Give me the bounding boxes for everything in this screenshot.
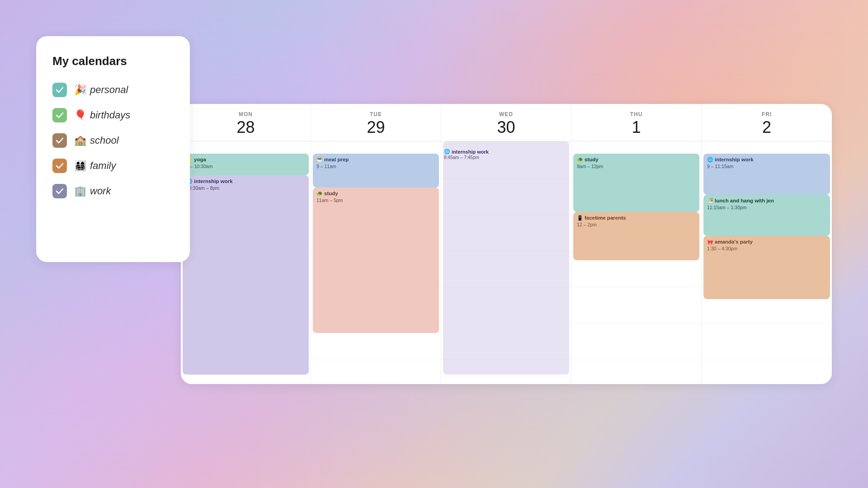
checkbox-personal[interactable] <box>52 83 67 97</box>
day-num-thu: 1 <box>575 119 698 136</box>
birthdays-emoji: 🎈 <box>74 109 86 121</box>
family-label: 👨‍👩‍👧‍👦 family <box>74 160 116 172</box>
day-header-wed: WED 30 <box>441 104 571 141</box>
calendar-body: 🌟yoga 9 – 10:30am 🌐internship work 10:30… <box>181 141 832 384</box>
checkbox-work[interactable] <box>52 184 67 198</box>
family-emoji: 👨‍👩‍👧‍👦 <box>74 160 86 172</box>
personal-emoji: 🎉 <box>74 84 86 96</box>
family-name: family <box>90 160 116 172</box>
calendar-header: MON 28 TUE 29 WED 30 THU 1 FRI 2 <box>181 104 832 141</box>
event-meal-prep[interactable]: 🥗meal prep 9 – 11am <box>313 154 439 188</box>
event-lunch-jen[interactable]: 🍜lunch and hang with jen 11:15am – 1:30p… <box>703 195 830 236</box>
day-header-mon: MON 28 <box>181 104 311 141</box>
day-header-tue: TUE 29 <box>311 104 441 141</box>
day-num-fri: 2 <box>705 119 828 136</box>
personal-name: personal <box>90 84 128 96</box>
school-label: 🏫 school <box>74 135 119 146</box>
calendar-item-family[interactable]: 👨‍👩‍👧‍👦 family <box>52 159 174 173</box>
day-col-fri: 🌐internship work 9 – 11:15am 🍜lunch and … <box>702 141 832 384</box>
day-name-thu: THU <box>575 111 698 117</box>
day-num-wed: 30 <box>445 119 567 136</box>
birthdays-label: 🎈 birthdays <box>74 109 130 121</box>
calendar-item-personal[interactable]: 🎉 personal <box>52 83 174 97</box>
day-col-tue: 🥗meal prep 9 – 11am 🐢study 11am – 5pm <box>311 141 441 384</box>
day-name-fri: FRI <box>705 111 828 117</box>
work-emoji: 🏢 <box>74 185 86 197</box>
day-num-mon: 28 <box>184 119 307 136</box>
event-thu-study[interactable]: 🐢study 9am – 12pm <box>573 154 699 212</box>
checkbox-birthdays[interactable] <box>52 108 67 122</box>
day-name-tue: TUE <box>315 111 437 117</box>
sidebar: My calendars 🎉 personal 🎈 birthdays <box>36 36 190 262</box>
day-header-fri: FRI 2 <box>702 104 832 141</box>
event-facetime[interactable]: 📱facetime parents 12 – 2pm <box>573 212 699 260</box>
birthdays-name: birthdays <box>90 109 130 121</box>
event-wed-internship[interactable] <box>443 141 569 375</box>
checkbox-school[interactable] <box>52 133 67 148</box>
event-yoga[interactable]: 🌟yoga 9 – 10:30am <box>183 154 309 175</box>
checkbox-family[interactable] <box>52 159 67 173</box>
calendar-item-birthdays[interactable]: 🎈 birthdays <box>52 108 174 122</box>
sidebar-title: My calendars <box>52 54 174 68</box>
day-num-tue: 29 <box>315 119 437 136</box>
event-tue-study[interactable]: 🐢study 11am – 5pm <box>313 188 439 333</box>
calendar-item-work[interactable]: 🏢 work <box>52 184 174 198</box>
school-emoji: 🏫 <box>74 135 86 146</box>
work-label: 🏢 work <box>74 185 111 197</box>
wed-banner-text: 🌐internship work 8:45am – 7:45pm <box>444 149 568 160</box>
work-name: work <box>90 185 111 197</box>
calendar-item-school[interactable]: 🏫 school <box>52 133 174 148</box>
day-col-thu: 🐢study 9am – 12pm 📱facetime parents 12 –… <box>571 141 702 384</box>
event-amandas-party[interactable]: 🎀amanda's party 1:30 – 4:30pm <box>703 236 830 299</box>
day-col-wed: 🌐internship work 8:45am – 7:45pm <box>441 141 571 384</box>
personal-label: 🎉 personal <box>74 84 128 96</box>
day-col-mon: 🌟yoga 9 – 10:30am 🌐internship work 10:30… <box>181 141 311 384</box>
day-name-mon: MON <box>184 111 307 117</box>
event-fri-internship[interactable]: 🌐internship work 9 – 11:15am <box>703 154 830 195</box>
day-name-wed: WED <box>445 111 567 117</box>
school-name: school <box>90 135 119 146</box>
event-mon-internship[interactable]: 🌐internship work 10:30am – 8pm <box>183 175 309 374</box>
day-header-thu: THU 1 <box>571 104 702 141</box>
calendar-panel: MON 28 TUE 29 WED 30 THU 1 FRI 2 <box>181 104 832 384</box>
